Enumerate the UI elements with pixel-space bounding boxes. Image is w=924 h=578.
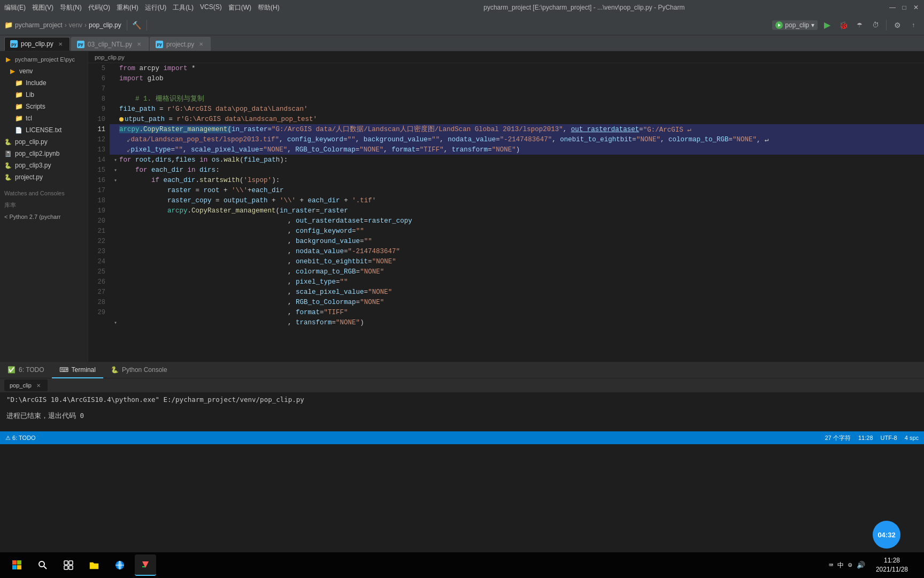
sidebar-item-license[interactable]: 📄 LICENSE.txt bbox=[0, 124, 88, 136]
toolbar: 📁 pycharm_project › venv › pop_clip.py 🔨… bbox=[0, 15, 924, 35]
fold-13: ▾ bbox=[112, 167, 119, 173]
sidebar-pop-clip-label: pop_clip.py bbox=[15, 138, 48, 146]
taskbar-clock[interactable]: 11:28 2021/11/28 bbox=[876, 556, 908, 574]
code-line-26: , RGB_to_Colormap="NONE" bbox=[110, 297, 924, 307]
ln-28: 28 bbox=[88, 297, 105, 307]
sidebar-item-pop-clip[interactable]: 🐍 pop_clip.py bbox=[0, 136, 88, 148]
browser-button[interactable] bbox=[109, 554, 130, 576]
ln-24: 24 bbox=[88, 256, 105, 267]
code-view[interactable]: 5 6 7 8 9 10 11 12 13 14 15 16 17 18 19 … bbox=[88, 63, 924, 362]
svg-rect-8 bbox=[69, 561, 73, 565]
sidebar-item-include[interactable]: 📁 Include bbox=[0, 77, 88, 89]
terminal-tab-label: pop_clip bbox=[10, 382, 32, 389]
volume-icon[interactable]: 🔊 bbox=[857, 561, 865, 569]
sidebar-item-pycharm-project[interactable]: ▶ pycharm_project E\pyc bbox=[0, 54, 88, 65]
code-line-24: , pixel_type="" bbox=[110, 277, 924, 287]
code-line-6: import glob bbox=[110, 73, 924, 83]
minimize-button[interactable]: — bbox=[889, 4, 896, 11]
menu-vcs[interactable]: VCS(S) bbox=[200, 3, 222, 12]
profile-button[interactable]: ⏱ bbox=[869, 19, 882, 32]
menu-view[interactable]: 视图(V) bbox=[32, 3, 53, 12]
toolbar-sep2 bbox=[147, 20, 147, 31]
tab-label-1: 03_clip_NTL.py bbox=[88, 41, 132, 48]
menu-nav[interactable]: 导航(N) bbox=[60, 3, 82, 12]
folder-icon-include: 📁 bbox=[15, 79, 22, 87]
coverage-button[interactable]: ☂ bbox=[853, 19, 866, 32]
sidebar-watches-label: Watches and Consoles bbox=[4, 190, 65, 196]
svg-rect-2 bbox=[17, 560, 21, 565]
menu-code[interactable]: 代码(O) bbox=[88, 3, 110, 12]
tab-close-2[interactable]: ✕ bbox=[197, 41, 205, 48]
tab-close-0[interactable]: ✕ bbox=[57, 40, 64, 48]
project-icon: 📁 bbox=[4, 21, 13, 29]
file-explorer-button[interactable] bbox=[83, 554, 105, 576]
main-layout: ▶ pycharm_project E\pyc ▶ venv 📁 Include… bbox=[0, 51, 924, 362]
tab-terminal-label: Terminal bbox=[72, 366, 96, 374]
run-config-selector[interactable]: pop_clip ▾ bbox=[772, 20, 818, 30]
status-todo[interactable]: ⚠ 6: TODO bbox=[5, 435, 36, 442]
tab-pop-clip[interactable]: py pop_clip.py ✕ bbox=[4, 37, 70, 51]
terminal-tab-close[interactable]: ✕ bbox=[35, 382, 42, 389]
menu-bar[interactable]: 编辑(E) 视图(V) 导航(N) 代码(O) 重构(H) 运行(U) 工具(L… bbox=[4, 3, 280, 12]
svg-rect-10 bbox=[69, 566, 73, 569]
window-controls[interactable]: — □ ✕ bbox=[889, 4, 920, 11]
sidebar-item-python27[interactable]: < Python 2.7 (pycharr bbox=[0, 211, 88, 223]
sidebar-item-tcl[interactable]: 📁 tcl bbox=[0, 112, 88, 124]
search-button[interactable] bbox=[32, 554, 53, 576]
settings-button[interactable]: ⚙ bbox=[891, 19, 904, 32]
code-line-11b: ↙data/Landscan_pop_test/lspop2013.tif", … bbox=[110, 134, 924, 144]
vcs-button[interactable]: ↑ bbox=[907, 19, 920, 32]
sidebar-license-label: LICENSE.txt bbox=[26, 126, 61, 134]
code-line-16: raster_copy = output_path + '\\' + each_… bbox=[110, 195, 924, 206]
code-line-22: , onebit_to_eightbit="NONE" bbox=[110, 256, 924, 267]
sidebar-item-scripts[interactable]: 📁 Scripts bbox=[0, 101, 88, 112]
code-line-5: from arcpy import * bbox=[110, 63, 924, 73]
terminal-line-3: 进程已结束，退出代码 0 bbox=[6, 412, 918, 421]
ln-9: 9 bbox=[88, 104, 105, 114]
status-char-count: 27 个字符 bbox=[825, 434, 851, 442]
todo-icon: ✅ bbox=[7, 366, 16, 374]
menu-run[interactable]: 运行(U) bbox=[145, 3, 167, 12]
sidebar-item-venv[interactable]: ▶ venv bbox=[0, 65, 88, 77]
code-line-11: arcpy.CopyRaster_management(in_raster="G… bbox=[110, 124, 924, 134]
ln-15: 15 bbox=[88, 165, 105, 175]
sidebar-item-pop-clip3[interactable]: 🐍 pop_clip3.py bbox=[0, 159, 88, 171]
close-button[interactable]: ✕ bbox=[912, 4, 920, 11]
code-line-9: file_path = r'G:\ArcGIS data\pop_data\La… bbox=[110, 104, 924, 114]
menu-refactor[interactable]: 重构(H) bbox=[117, 3, 138, 12]
tab-close-1[interactable]: ✕ bbox=[135, 41, 143, 48]
path-sep2: › bbox=[84, 21, 87, 29]
ln-18: 18 bbox=[88, 195, 105, 206]
code-content[interactable]: from arcpy import * import glob # 1. 栅格识… bbox=[110, 63, 924, 362]
tab-todo[interactable]: ✅ 6: TODO bbox=[0, 362, 52, 378]
debug-button[interactable]: 🐞 bbox=[837, 19, 850, 32]
start-button[interactable] bbox=[6, 554, 28, 576]
pycharm-button[interactable] bbox=[135, 554, 156, 576]
tab-terminal[interactable]: ⌨ Terminal bbox=[52, 362, 103, 378]
menu-tools[interactable]: 工具(L) bbox=[173, 3, 194, 12]
maximize-button[interactable]: □ bbox=[900, 4, 908, 11]
ln-11: 11 bbox=[88, 124, 105, 134]
terminal-tab-pop-clip[interactable]: pop_clip ✕ bbox=[4, 379, 48, 391]
tab-03-clip[interactable]: py 03_clip_NTL.py ✕ bbox=[71, 37, 149, 51]
sidebar-item-pop-clip2[interactable]: 📓 pop_clip2.ipynb bbox=[0, 148, 88, 159]
menu-edit[interactable]: 编辑(E) bbox=[4, 3, 26, 12]
terminal-line-2 bbox=[6, 404, 918, 412]
menu-window[interactable]: 窗口(W) bbox=[228, 3, 251, 12]
network-icon[interactable]: ⊙ bbox=[848, 561, 852, 569]
code-line-29 bbox=[110, 328, 924, 338]
run-button[interactable]: ▶ bbox=[821, 19, 834, 32]
sidebar-lib-label: Lib bbox=[26, 91, 34, 98]
status-time: 11:28 bbox=[858, 435, 873, 441]
file-icon-ipynb: 📓 bbox=[4, 150, 12, 157]
breadcrumb-path: pop_clip.py bbox=[95, 54, 125, 60]
menu-help[interactable]: 帮助(H) bbox=[258, 3, 280, 12]
status-bar: ⚠ 6: TODO 27 个字符 11:28 UTF-8 4 spc bbox=[0, 431, 924, 444]
task-view-button[interactable] bbox=[58, 554, 79, 576]
path-sep: › bbox=[65, 21, 67, 29]
sidebar-item-project[interactable]: 🐍 project.py bbox=[0, 171, 88, 183]
build-button[interactable]: 🔨 bbox=[130, 19, 143, 32]
sidebar-item-lib[interactable]: 📁 Lib bbox=[0, 89, 88, 101]
tab-python-console[interactable]: 🐍 Python Console bbox=[103, 362, 175, 378]
tab-project[interactable]: py project.py ✕ bbox=[150, 37, 211, 51]
